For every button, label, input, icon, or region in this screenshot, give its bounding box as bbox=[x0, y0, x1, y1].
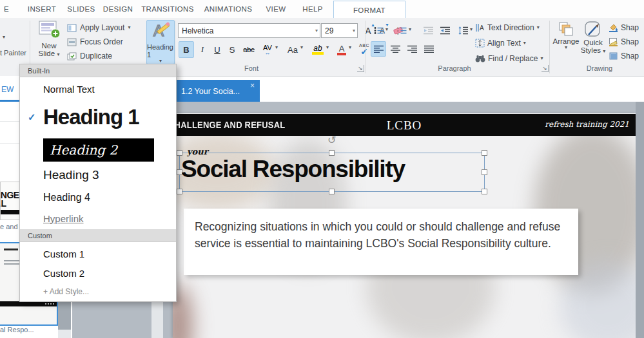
font-family-caret-icon[interactable] bbox=[315, 28, 318, 33]
shape-outline-button[interactable]: Shap bbox=[609, 37, 644, 46]
menu-item-heading-4[interactable]: Heading 4 bbox=[20, 188, 176, 207]
arrange-caret-icon bbox=[565, 45, 567, 50]
paragraph-dialog-launcher[interactable]: ↘ bbox=[542, 65, 549, 72]
numbering-caret-icon[interactable] bbox=[409, 27, 411, 32]
selection-handle-bottom-left[interactable] bbox=[177, 189, 182, 194]
open-document-tab[interactable]: 1.2 Your Socia... bbox=[172, 80, 260, 102]
selection-handle-top-right[interactable] bbox=[482, 150, 487, 156]
sidebar-tab-partial[interactable]: EW bbox=[1, 85, 14, 94]
tab-insert[interactable]: INSERT bbox=[19, 0, 64, 18]
canvas-right-scrollbar[interactable] bbox=[636, 102, 644, 338]
font-family-input[interactable] bbox=[179, 24, 306, 37]
strikethrough-abc-button[interactable]: abc bbox=[239, 41, 259, 58]
character-spacing-caret-icon[interactable] bbox=[275, 45, 278, 50]
focus-order-label: Focus Order bbox=[80, 37, 123, 46]
change-case-button[interactable]: Aa bbox=[284, 41, 301, 58]
duplicate-button[interactable]: Duplicate bbox=[66, 50, 113, 62]
shape-effects-icon bbox=[609, 52, 618, 61]
tab-format-selected[interactable]: FORMAT bbox=[333, 1, 405, 19]
slide-body-textbox[interactable]: Recognizing situations in which you coul… bbox=[184, 209, 578, 275]
align-text-label: Align Text bbox=[487, 39, 521, 48]
slide-thumbnail-2-caption: al Respo... bbox=[0, 326, 34, 333]
numbering-button[interactable]: 123 bbox=[394, 23, 409, 38]
bold-button[interactable]: B bbox=[179, 41, 194, 58]
font-color-button[interactable]: A bbox=[334, 41, 349, 58]
align-left-button[interactable] bbox=[371, 41, 386, 57]
slide-thumbnail-1-caption: e and I bbox=[0, 223, 22, 230]
slide-title-script-word[interactable]: your bbox=[187, 147, 208, 156]
align-right-button[interactable] bbox=[404, 41, 420, 57]
bullets-caret-icon[interactable] bbox=[385, 27, 388, 32]
change-case-caret-icon[interactable] bbox=[300, 45, 303, 50]
font-color-swatch bbox=[337, 53, 346, 55]
new-slide-button[interactable]: New Slide bbox=[32, 20, 66, 64]
bullets-button[interactable] bbox=[371, 23, 386, 38]
menu-item-heading-2[interactable]: Heading 2 bbox=[20, 138, 176, 162]
document-tab-close-icon[interactable] bbox=[250, 81, 255, 90]
font-size-caret-icon[interactable] bbox=[353, 28, 355, 33]
decrease-indent-icon bbox=[424, 26, 433, 35]
quick-styles-label-line2: Styles bbox=[581, 46, 606, 54]
text-direction-icon: A bbox=[475, 23, 485, 32]
align-text-button[interactable]: Align Text bbox=[475, 39, 526, 48]
tab-view[interactable]: VIEW bbox=[260, 0, 292, 18]
font-color-caret-icon[interactable] bbox=[349, 45, 351, 50]
tab-animations[interactable]: ANIMATIONS bbox=[197, 0, 259, 18]
find-replace-button[interactable]: Find / Replace bbox=[475, 54, 543, 63]
menu-item-custom-1[interactable]: Custom 1 bbox=[20, 245, 176, 263]
selection-handle-top-left[interactable] bbox=[177, 150, 182, 156]
menu-item-label: Hyperlink bbox=[43, 213, 84, 224]
menu-item-custom-2[interactable]: Custom 2 bbox=[20, 264, 176, 282]
selection-handle-top-center[interactable] bbox=[329, 150, 335, 156]
duplicate-label: Duplicate bbox=[80, 52, 112, 61]
shape-fill-button[interactable]: Shap bbox=[609, 23, 644, 32]
increase-indent-button[interactable] bbox=[437, 23, 453, 38]
drawing-group-label: Drawing bbox=[567, 64, 632, 73]
apply-layout-button[interactable]: Apply Layout bbox=[66, 21, 132, 34]
text-highlight-button[interactable]: ab bbox=[309, 41, 327, 58]
selection-handle-bottom-center[interactable] bbox=[329, 189, 335, 194]
menu-item-add-style[interactable]: + Add Style... bbox=[20, 285, 176, 299]
tab-help[interactable]: HELP bbox=[297, 0, 329, 18]
menu-item-heading-1[interactable]: ✓ Heading 1 bbox=[20, 98, 176, 136]
font-size-input[interactable] bbox=[322, 24, 348, 37]
align-justify-button[interactable] bbox=[421, 41, 436, 57]
strikethrough-s-button[interactable]: S bbox=[225, 41, 239, 58]
tab-transitions[interactable]: TRANSITIONS bbox=[137, 0, 199, 18]
rotation-handle-icon[interactable]: ↺ bbox=[327, 135, 336, 146]
format-painter-label[interactable]: t Painter bbox=[0, 49, 26, 57]
tab-file-partial[interactable]: E bbox=[1, 0, 12, 18]
text-highlight-label: ab bbox=[313, 44, 322, 52]
selection-handle-bottom-right[interactable] bbox=[482, 189, 487, 194]
font-dialog-launcher[interactable]: ↘ bbox=[357, 65, 364, 72]
line-spacing-button[interactable] bbox=[455, 23, 471, 38]
font-family-combobox[interactable] bbox=[178, 23, 320, 38]
shape-effects-label: Shap bbox=[621, 52, 639, 61]
tab-design[interactable]: DESIGN bbox=[95, 0, 141, 18]
text-style-dropdown-menu: Built-In Normal Text ✓ Heading 1 Heading… bbox=[19, 64, 177, 302]
quick-styles-button[interactable]: Quick Styles bbox=[580, 21, 606, 63]
font-size-combobox[interactable] bbox=[321, 23, 358, 38]
slide-title-text[interactable]: Social Responsibility bbox=[181, 156, 405, 183]
line-spacing-caret-icon[interactable] bbox=[470, 27, 473, 32]
shape-effects-button[interactable]: Shap bbox=[609, 52, 644, 61]
menu-item-heading-3[interactable]: Heading 3 bbox=[20, 164, 176, 187]
focus-order-button[interactable]: Focus Order bbox=[66, 35, 124, 48]
character-spacing-button[interactable]: AV ↔ bbox=[259, 41, 277, 58]
focus-order-icon bbox=[67, 38, 77, 46]
menu-item-normal-text[interactable]: Normal Text bbox=[20, 80, 176, 98]
align-center-button[interactable] bbox=[387, 41, 403, 57]
text-style-button[interactable]: A Heading 1 bbox=[146, 20, 175, 64]
underline-button[interactable]: U bbox=[210, 41, 224, 58]
format-painter-caret-icon[interactable] bbox=[3, 35, 5, 40]
decrease-indent-button[interactable] bbox=[420, 23, 436, 38]
selection-handle-middle-right[interactable] bbox=[482, 169, 487, 175]
slide-page[interactable]: CHALLENGE AND REFUSAL LCBO refresh train… bbox=[173, 113, 636, 338]
style-button-caret-icon bbox=[159, 59, 162, 64]
italic-button[interactable]: I bbox=[195, 41, 210, 58]
text-highlight-caret-icon[interactable] bbox=[326, 45, 329, 50]
menu-item-hyperlink[interactable]: Hyperlink bbox=[20, 210, 176, 227]
text-direction-button[interactable]: A Text Direction bbox=[475, 23, 540, 32]
arrange-button[interactable]: Arrange bbox=[552, 21, 580, 63]
slide-header-bar[interactable]: CHALLENGE AND REFUSAL LCBO refresh train… bbox=[173, 114, 636, 136]
